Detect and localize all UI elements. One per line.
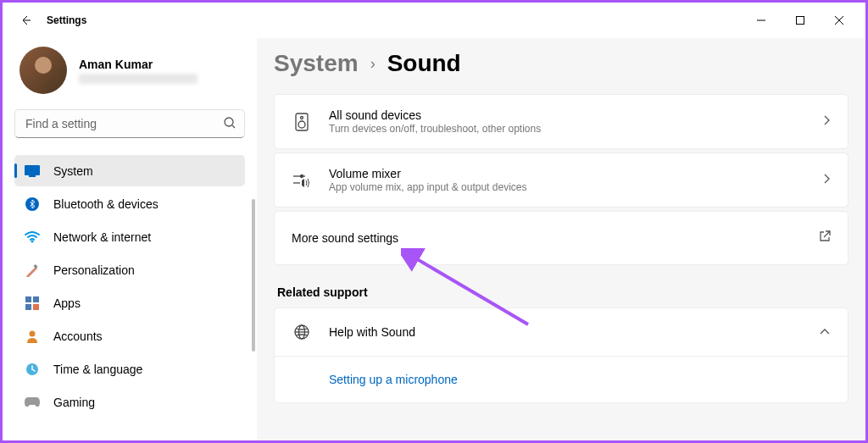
apps-icon [25, 296, 40, 311]
card-help: Help with Sound Setting up a microphone [274, 307, 849, 403]
card-subtitle: App volume mix, app input & output devic… [329, 181, 822, 193]
svg-point-21 [301, 174, 303, 177]
nav-label: Personalization [53, 263, 135, 277]
chevron-right-icon [822, 114, 831, 130]
globe-icon [292, 324, 312, 341]
time-icon [25, 362, 40, 377]
gaming-icon [25, 395, 40, 410]
nav: System Bluetooth & devices Network & int… [14, 155, 245, 418]
chevron-right-icon [822, 173, 831, 188]
sidebar-item-personalization[interactable]: Personalization [14, 254, 245, 285]
scrollbar[interactable] [252, 199, 255, 352]
svg-rect-12 [33, 296, 39, 302]
svg-point-9 [31, 240, 34, 242]
svg-rect-1 [797, 17, 804, 25]
search-input[interactable] [14, 109, 245, 138]
svg-point-15 [30, 330, 36, 336]
svg-rect-10 [34, 264, 38, 269]
system-icon [25, 163, 40, 179]
bluetooth-icon [25, 197, 40, 212]
profile-email-redacted [79, 74, 198, 84]
main-content: System › Sound All sound devices Turn de… [257, 38, 865, 440]
card-title: All sound devices [329, 108, 822, 122]
nav-label: Accounts [53, 329, 103, 343]
arrow-left-icon [19, 14, 32, 27]
minimize-icon [757, 16, 765, 25]
nav-label: Bluetooth & devices [53, 197, 159, 211]
help-header[interactable]: Help with Sound [275, 308, 848, 356]
nav-label: Network & internet [53, 230, 151, 244]
profile-name: Aman Kumar [79, 58, 198, 71]
breadcrumb-parent[interactable]: System [274, 50, 359, 77]
help-link-microphone[interactable]: Setting up a microphone [329, 373, 458, 386]
sidebar: Aman Kumar System Bluetooth & devices [3, 38, 257, 440]
nav-label: Gaming [53, 396, 95, 409]
sidebar-item-time[interactable]: Time & language [14, 353, 245, 385]
external-link-icon [819, 230, 831, 246]
speaker-icon [292, 113, 312, 131]
accounts-icon [25, 329, 40, 344]
sidebar-item-accounts[interactable]: Accounts [14, 320, 245, 352]
sidebar-item-bluetooth[interactable]: Bluetooth & devices [14, 188, 245, 219]
svg-rect-13 [25, 304, 31, 310]
breadcrumb: System › Sound [274, 50, 849, 77]
svg-rect-6 [25, 165, 40, 175]
sidebar-item-network[interactable]: Network & internet [14, 221, 245, 252]
chevron-up-icon [819, 324, 831, 340]
sidebar-item-apps[interactable]: Apps [14, 287, 245, 318]
close-button[interactable] [820, 7, 859, 34]
nav-label: System [53, 164, 93, 178]
sidebar-item-gaming[interactable]: Gaming [14, 386, 245, 418]
personalization-icon [25, 263, 40, 278]
window-controls [742, 7, 859, 34]
card-all-sound-devices[interactable]: All sound devices Turn devices on/off, t… [274, 94, 849, 149]
svg-rect-14 [33, 304, 39, 310]
window-title: Settings [47, 14, 86, 26]
nav-label: Apps [53, 296, 81, 310]
svg-line-5 [232, 125, 235, 128]
chevron-right-icon: › [370, 55, 376, 73]
page-title: Sound [387, 50, 461, 77]
svg-point-19 [298, 121, 305, 128]
nav-label: Time & language [53, 363, 142, 376]
svg-rect-11 [25, 296, 31, 302]
card-title: Volume mixer [329, 167, 822, 180]
sidebar-item-system[interactable]: System [14, 155, 245, 186]
maximize-icon [796, 16, 804, 25]
svg-rect-7 [29, 175, 36, 177]
svg-point-4 [225, 118, 233, 126]
svg-point-18 [301, 116, 303, 119]
close-icon [835, 16, 843, 25]
mixer-icon [292, 174, 312, 187]
back-button[interactable] [9, 4, 42, 36]
wifi-icon [25, 230, 40, 245]
minimize-button[interactable] [742, 7, 781, 34]
card-title: More sound settings [292, 231, 819, 245]
card-volume-mixer[interactable]: Volume mixer App volume mix, app input &… [274, 152, 849, 208]
help-link-row: Setting up a microphone [275, 356, 848, 402]
section-heading: Related support [277, 285, 845, 299]
help-title: Help with Sound [329, 325, 819, 339]
search-icon [223, 116, 236, 133]
card-more-sound-settings[interactable]: More sound settings [274, 211, 849, 265]
titlebar: Settings [3, 3, 865, 38]
card-subtitle: Turn devices on/off, troubleshoot, other… [329, 123, 822, 135]
avatar [19, 47, 67, 94]
maximize-button[interactable] [781, 7, 820, 34]
profile-section[interactable]: Aman Kumar [14, 38, 245, 106]
search-box [14, 109, 245, 138]
